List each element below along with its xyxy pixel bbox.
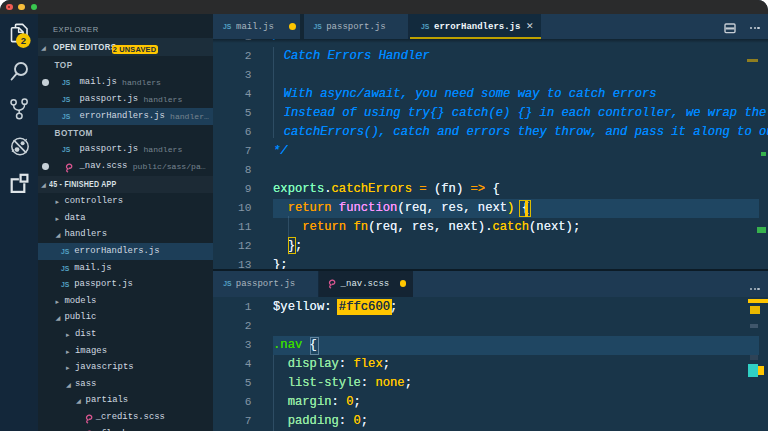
svg-text:2: 2 [21, 35, 26, 46]
